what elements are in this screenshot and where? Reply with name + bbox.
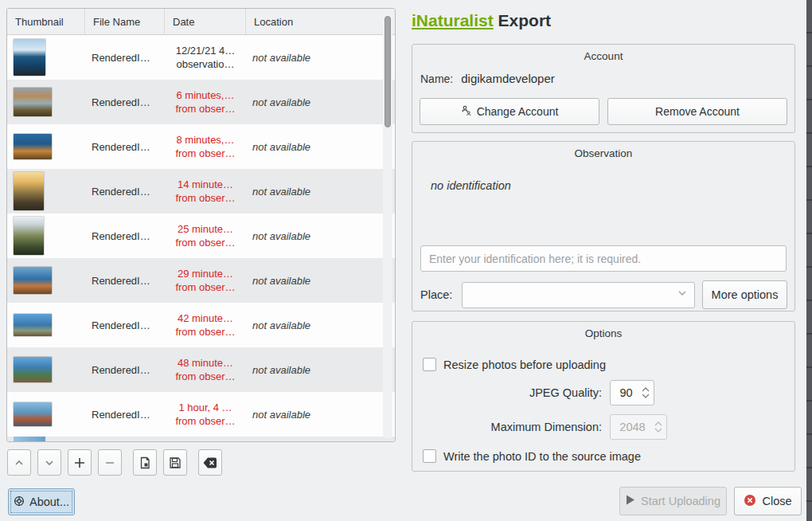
scrollbar-thumb[interactable]	[385, 16, 391, 127]
about-button[interactable]: About...	[8, 488, 75, 515]
options-group: Options Resize photos before uploading J…	[412, 321, 795, 472]
photo-thumbnail	[14, 357, 52, 382]
date-cell: 29 minute… from obser…	[165, 267, 246, 294]
red-circle-x-icon	[744, 494, 756, 509]
identification-input[interactable]	[420, 245, 787, 272]
max-dimension-value: 2048	[611, 421, 654, 433]
place-combobox[interactable]	[462, 282, 695, 308]
start-uploading-label: Start Uploading	[641, 495, 720, 507]
table-row[interactable]: RenderedI… 1 hour, 4 … from obser… not a…	[7, 392, 395, 437]
table-row-partial[interactable]	[7, 437, 395, 442]
inaturalist-export-dialog: Thumbnail File Name Date Location Render…	[0, 0, 812, 521]
table-row[interactable]: RenderedI… 14 minute… from obser… not av…	[7, 169, 395, 213]
file-name-cell: RenderedI…	[85, 141, 165, 153]
photo-thumbnail	[14, 172, 44, 210]
place-label: Place:	[420, 288, 452, 301]
spinner-arrows-icon[interactable]	[642, 387, 654, 398]
save-list-button[interactable]	[163, 449, 187, 476]
table-row[interactable]: RenderedI… 42 minute… from obser… not av…	[7, 303, 395, 347]
table-row[interactable]: RenderedI… 29 minute… from obser… not av…	[7, 258, 395, 303]
header-date[interactable]: Date	[165, 9, 246, 34]
table-row[interactable]: RenderedI… 6 minutes,… from obser… not a…	[7, 80, 395, 124]
remove-account-label: Remove Account	[655, 105, 740, 118]
thumbnail-cell	[7, 134, 85, 159]
table-row[interactable]: RenderedI… 12/21/21 4… observatio… not a…	[7, 35, 395, 80]
minus-icon	[102, 455, 118, 471]
table-header: Thumbnail File Name Date Location	[7, 9, 395, 35]
load-list-button[interactable]	[133, 449, 157, 476]
about-label: About...	[29, 496, 69, 508]
date-cell: 1 hour, 4 … from obser…	[165, 401, 246, 428]
remove-account-button[interactable]: Remove Account	[607, 98, 787, 125]
inaturalist-link[interactable]: iNaturalist	[412, 11, 494, 29]
date-cell: 8 minutes,… from obser…	[165, 133, 246, 160]
thumbnail-cell	[7, 39, 85, 76]
close-label: Close	[762, 495, 791, 507]
list-scrollbar[interactable]	[383, 11, 392, 439]
photo-thumbnail	[14, 314, 52, 336]
location-cell: not available	[246, 186, 395, 198]
table-row[interactable]: RenderedI… 48 minute… from obser… not av…	[7, 347, 395, 392]
more-options-button[interactable]: More options	[702, 280, 787, 309]
change-account-button[interactable]: Change Account	[420, 98, 599, 125]
location-cell: not available	[246, 409, 395, 421]
location-cell: not available	[246, 364, 395, 376]
user-switch-icon	[461, 105, 471, 119]
header-file-name[interactable]: File Name	[85, 9, 165, 34]
location-cell: not available	[246, 230, 395, 242]
table-row[interactable]: RenderedI… 25 minute… from obser… not av…	[7, 213, 395, 258]
photo-thumbnail	[14, 134, 52, 159]
photo-thumbnail	[14, 39, 45, 76]
chevron-down-icon	[41, 455, 57, 471]
close-button[interactable]: Close	[734, 487, 802, 515]
file-name-cell: RenderedI…	[85, 186, 165, 198]
photo-thumbnail	[14, 217, 44, 255]
table-row[interactable]: RenderedI… 8 minutes,… from obser… not a…	[7, 124, 395, 169]
write-photo-id-checkbox[interactable]	[423, 449, 436, 463]
clear-backspace-icon	[201, 455, 219, 471]
date-cell: 12/21/21 4… observatio…	[165, 44, 246, 71]
move-up-button[interactable]	[7, 449, 31, 476]
date-cell: 25 minute… from obser…	[165, 222, 246, 249]
options-group-title: Options	[412, 322, 794, 339]
start-uploading-button: Start Uploading	[619, 487, 727, 515]
more-options-label: More options	[712, 288, 779, 301]
date-cell: 6 minutes,… from obser…	[165, 88, 246, 116]
title-export: Export	[498, 11, 552, 29]
photo-thumbnail	[14, 437, 45, 441]
date-cell: 14 minute… from obser…	[165, 178, 246, 205]
max-dimension-spinbox: 2048	[610, 414, 667, 440]
clear-list-button[interactable]	[198, 449, 222, 476]
resize-checkbox[interactable]	[423, 358, 436, 371]
max-dimension-label: Maximum Dimension:	[491, 421, 602, 433]
file-name-cell: RenderedI…	[85, 230, 165, 242]
add-photos-button[interactable]	[68, 449, 92, 476]
date-cell: 42 minute… from obser…	[165, 311, 246, 339]
file-name-cell: RenderedI…	[85, 364, 165, 376]
header-thumbnail[interactable]: Thumbnail	[7, 9, 85, 34]
date-cell: 48 minute… from obser…	[165, 356, 246, 383]
list-toolbar	[7, 449, 228, 476]
file-name-cell: RenderedI…	[85, 52, 165, 64]
location-cell: not available	[246, 52, 395, 64]
import-file-icon	[137, 455, 153, 471]
file-name-cell: RenderedI…	[85, 96, 165, 108]
identification-status: no identification	[431, 179, 511, 192]
table-body: RenderedI… 12/21/21 4… observatio… not a…	[7, 35, 395, 442]
save-icon	[167, 455, 183, 471]
photo-thumbnail	[14, 88, 52, 116]
play-icon	[626, 495, 635, 507]
header-location[interactable]: Location	[246, 9, 395, 34]
file-name-cell: RenderedI…	[85, 409, 165, 421]
observation-group-title: Observation	[412, 142, 794, 159]
change-account-label: Change Account	[477, 105, 559, 118]
account-group-title: Account	[412, 45, 794, 62]
remove-photo-button[interactable]	[98, 449, 122, 476]
thumbnail-cell	[7, 88, 85, 116]
thumbnail-cell	[7, 267, 85, 294]
move-down-button[interactable]	[37, 449, 61, 476]
chevron-down-icon	[677, 288, 688, 302]
resize-label: Resize photos before uploading	[443, 358, 606, 371]
jpeg-quality-spinbox[interactable]: 90	[610, 380, 654, 405]
photo-thumbnail	[14, 402, 52, 426]
